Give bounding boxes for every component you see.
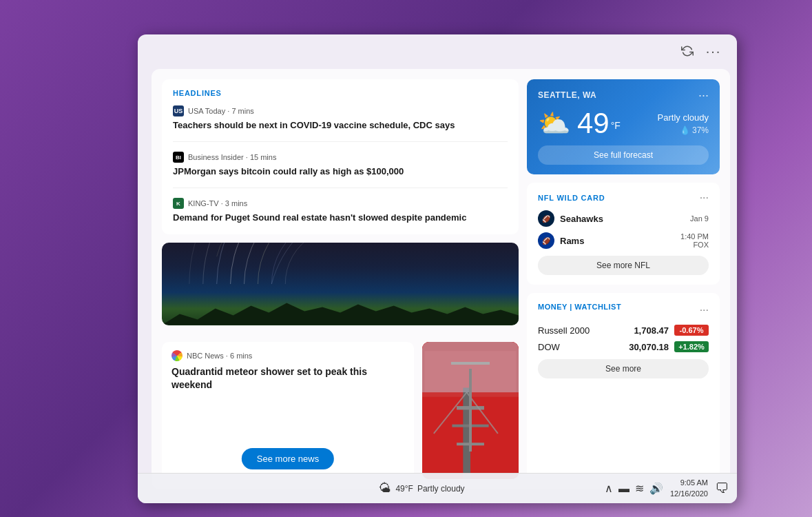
source-row-1: US USA Today · 7 mins: [173, 105, 508, 116]
rams-icon: 🏈: [538, 232, 554, 249]
headlines-label: HEADLINES: [173, 89, 508, 97]
source-name-3: KING-TV · 3 mins: [188, 199, 247, 207]
nfl-section-label: NFL WILD CARD: [538, 194, 605, 202]
news-item-3[interactable]: K KING-TV · 3 mins Demand for Puget Soun…: [173, 198, 508, 224]
taskbar: 🌤 49°F Partly cloudy ∧ ▬ ≋ 🔊 9:05 AM 12/…: [138, 473, 737, 503]
volume-icon[interactable]: 🔊: [649, 482, 663, 495]
headline-3[interactable]: Demand for Puget Sound real estate hasn'…: [173, 212, 508, 224]
right-news-photo: [422, 342, 519, 479]
news-item-1[interactable]: US USA Today · 7 mins Teachers should be…: [173, 105, 508, 142]
nfl-card: NFL WILD CARD ··· 🏈 Seahawks Jan 9 🏈 Ram…: [527, 183, 720, 285]
weather-icon: ⛅: [538, 108, 570, 139]
chevron-icon[interactable]: ∧: [605, 482, 613, 495]
taskbar-weather[interactable]: 🌤 49°F Partly cloudy: [379, 481, 464, 496]
source-name-1: USA Today · 7 mins: [188, 107, 254, 115]
headline-2[interactable]: JPMorgan says bitcoin could rally as hig…: [173, 165, 508, 178]
money-card: MONEY | WATCHLIST ··· Russell 2000 1,708…: [527, 293, 720, 479]
nbc-source-row: NBC News · 6 mins: [171, 350, 404, 361]
weather-city: SEATTLE, WA: [538, 90, 596, 100]
nfl-more-button[interactable]: ···: [700, 192, 709, 203]
usa-today-icon: US: [173, 105, 184, 116]
source-name-2: Business Insider · 15 mins: [188, 153, 276, 161]
bottom-headline[interactable]: Quadrantid meteor shower set to peak thi…: [171, 365, 404, 392]
screen-frame: ··· HEADLINES US USA Today · 7 mins Teac…: [138, 34, 737, 503]
weather-precip: 💧37%: [658, 125, 709, 135]
nbc-icon: [171, 350, 183, 361]
business-insider-icon: BI: [173, 152, 184, 163]
svg-rect-6: [457, 443, 484, 445]
nbc-source-name: NBC News · 6 mins: [187, 352, 252, 360]
source-row-3: K KING-TV · 3 mins: [173, 198, 508, 209]
weather-temperature: 49: [577, 107, 610, 139]
russell-name: Russell 2000: [538, 325, 634, 336]
headline-1[interactable]: Teachers should be next in COVID-19 vacc…: [173, 119, 508, 132]
weather-temp-area: 49°F: [577, 109, 621, 138]
rain-drop-icon: 💧: [680, 125, 690, 135]
russell-2000-row: Russell 2000 1,708.47 -0.67%: [538, 325, 709, 336]
widget-panel: HEADLINES US USA Today · 7 mins Teachers…: [152, 69, 730, 489]
weather-main: ⛅ 49°F Partly cloudy 💧37%: [538, 108, 709, 139]
game-date: Jan 9: [690, 214, 709, 223]
dow-value: 30,070.18: [629, 342, 669, 352]
top-bar: ···: [678, 41, 723, 61]
taskbar-temp: 49°F: [395, 484, 413, 494]
bottom-news-card[interactable]: NBC News · 6 mins Quadrantid meteor show…: [162, 342, 414, 479]
bottom-news-with-photo: NBC News · 6 mins Quadrantid meteor show…: [162, 342, 519, 479]
taskbar-weather-icon: 🌤: [379, 481, 391, 496]
notification-button[interactable]: 🗨: [715, 480, 729, 496]
dow-name: DOW: [538, 342, 629, 352]
see-more-nfl-button[interactable]: See more NFL: [538, 256, 709, 275]
star-trails-photo: [162, 243, 519, 325]
dow-change: +1.82%: [674, 341, 709, 352]
seahawks-name: Seahawks: [560, 214, 685, 224]
forecast-button[interactable]: See full forecast: [538, 145, 709, 165]
money-more-button[interactable]: ···: [700, 305, 709, 316]
svg-rect-5: [452, 424, 488, 427]
rams-name: Rams: [560, 236, 675, 246]
battery-icon: ▬: [618, 483, 629, 495]
king-tv-icon: K: [173, 198, 184, 209]
weather-card: SEATTLE, WA ··· ⛅ 49°F Partly cloudy 💧37…: [527, 79, 720, 174]
svg-rect-9: [422, 342, 519, 392]
game-time-channel: 1:40 PM FOX: [680, 232, 709, 249]
svg-rect-3: [463, 387, 470, 479]
money-section-label: MONEY | WATCHLIST: [538, 303, 621, 311]
refresh-button[interactable]: [678, 41, 697, 61]
see-more-stock-button[interactable]: See more: [538, 359, 709, 378]
nfl-team1-row: 🏈 Seahawks Jan 9: [538, 210, 709, 227]
taskbar-time[interactable]: 9:05 AM 12/16/2020: [670, 478, 708, 499]
headlines-card: HEADLINES US USA Today · 7 mins Teachers…: [162, 79, 519, 234]
weather-more-button[interactable]: ···: [698, 89, 709, 101]
russell-change: -0.67%: [674, 325, 709, 336]
taskbar-weather-desc: Partly cloudy: [417, 484, 465, 494]
weather-description: Partly cloudy: [658, 112, 709, 123]
seahawks-icon: 🏈: [538, 210, 554, 227]
see-more-news-button[interactable]: See more news: [242, 448, 334, 469]
weather-header: SEATTLE, WA ···: [538, 89, 709, 101]
taskbar-system-icons: ∧ ▬ ≋ 🔊: [605, 482, 663, 495]
left-news-bottom: NBC News · 6 mins Quadrantid meteor show…: [162, 243, 519, 479]
photo-news-card[interactable]: [162, 243, 519, 325]
weather-unit: °F: [611, 120, 621, 131]
dow-row: DOW 30,070.18 +1.82%: [538, 341, 709, 352]
left-column: HEADLINES US USA Today · 7 mins Teachers…: [162, 79, 519, 479]
more-options-button[interactable]: ···: [704, 41, 723, 61]
nfl-team2-row: 🏈 Rams 1:40 PM FOX: [538, 232, 709, 249]
weather-details: Partly cloudy 💧37%: [658, 112, 709, 135]
construction-image: [422, 342, 519, 479]
news-item-2[interactable]: BI Business Insider · 15 mins JPMorgan s…: [173, 152, 508, 188]
network-icon: ≋: [635, 482, 644, 495]
russell-value: 1,708.47: [634, 325, 669, 336]
right-column: SEATTLE, WA ··· ⛅ 49°F Partly cloudy 💧37…: [527, 79, 720, 479]
source-row-2: BI Business Insider · 15 mins: [173, 152, 508, 163]
